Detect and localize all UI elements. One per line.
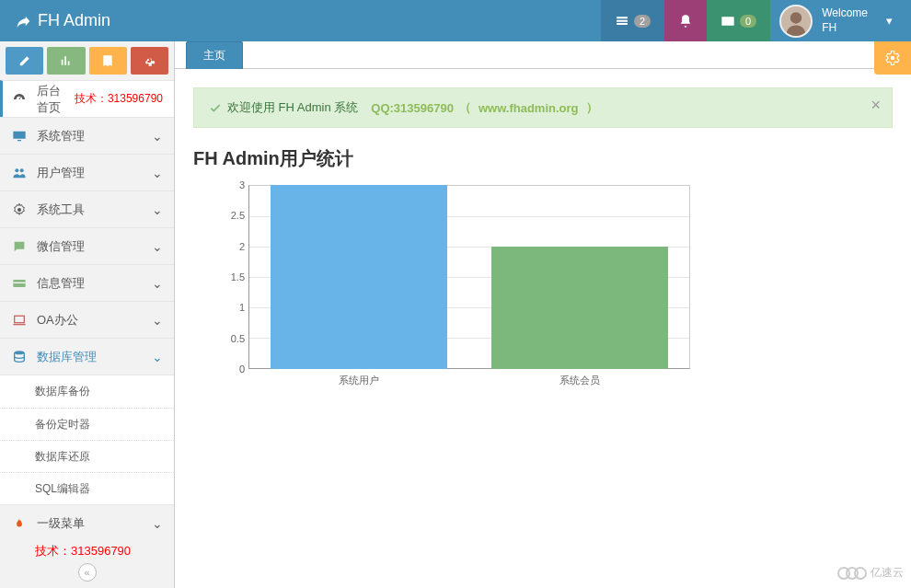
- tasks-badge: 2: [634, 15, 651, 28]
- leaf-icon: [14, 13, 30, 29]
- tab-bar: 主页: [175, 41, 911, 69]
- svg-point-4: [17, 208, 21, 212]
- tab-home[interactable]: 主页: [186, 41, 243, 69]
- chart-bar: [491, 247, 668, 369]
- svg-point-9: [891, 56, 895, 61]
- check-icon: [209, 101, 222, 114]
- nav-system-tools[interactable]: 系统工具 ⌄: [0, 190, 174, 227]
- alert-link-close: ）: [586, 99, 598, 116]
- svg-rect-7: [15, 316, 25, 322]
- sidebar-toolbar: [0, 41, 174, 80]
- nav-label: OA办公: [37, 312, 143, 329]
- x-tick-label: 系统用户: [339, 374, 379, 387]
- dashboard-icon: [11, 92, 28, 107]
- tasks-icon: [615, 14, 629, 29]
- toolbar-edit-button[interactable]: [6, 47, 43, 75]
- header-notifications[interactable]: [664, 0, 707, 41]
- y-tick-label: 0.5: [221, 333, 245, 344]
- sidebar: 后台首页 技术：313596790 系统管理 ⌄ 用户管理 ⌄ 系统工具 ⌄ 微…: [0, 41, 175, 588]
- header-bar: FH Admin 2 0 Welcome FH ▾: [0, 0, 911, 41]
- toolbar-settings-button[interactable]: [131, 47, 168, 75]
- header-mail[interactable]: 0: [707, 0, 770, 41]
- subnav-sql-editor[interactable]: SQL编辑器: [0, 472, 174, 504]
- chevron-down-icon: ⌄: [152, 166, 163, 180]
- svg-point-3: [20, 168, 24, 172]
- nav-home-label: 后台首页: [37, 83, 65, 116]
- svg-point-1: [790, 12, 801, 23]
- nav-home[interactable]: 后台首页 技术：313596790: [0, 80, 174, 117]
- chart-bars: 系统用户系统会员: [248, 185, 690, 369]
- y-tick-label: 2.5: [221, 210, 245, 221]
- nav-info-manage[interactable]: 信息管理 ⌄: [0, 264, 174, 301]
- alert-text: 欢迎使用 FH Admin 系统: [227, 99, 358, 116]
- subnav-db-restore[interactable]: 数据库还原: [0, 440, 174, 472]
- users-icon: [11, 166, 28, 180]
- nav-database-manage[interactable]: 数据库管理 ⌄: [0, 338, 174, 375]
- close-icon[interactable]: ×: [871, 96, 881, 115]
- nav-label: 数据库管理: [37, 349, 143, 365]
- svg-point-2: [15, 168, 18, 172]
- chart-title: FH Admin用户统计: [193, 146, 893, 171]
- card-icon: [11, 276, 28, 291]
- chevron-down-icon: ⌄: [152, 202, 163, 217]
- content-area: 欢迎使用 FH Admin 系统 QQ:313596790 （ www.fhad…: [175, 69, 911, 406]
- app-logo[interactable]: FH Admin: [0, 11, 124, 30]
- mail-badge: 0: [740, 15, 756, 28]
- gear-icon: [11, 202, 28, 217]
- tech-footer-text: 技术：313596790: [0, 541, 174, 561]
- chevron-down-icon: ⌄: [152, 313, 163, 328]
- welcome-block: Welcome FH: [822, 6, 868, 35]
- nav-label: 一级菜单: [37, 515, 143, 532]
- y-tick-label: 1: [221, 302, 245, 313]
- subnav-backup-timer[interactable]: 备份定时器: [0, 408, 174, 440]
- nav-label: 用户管理: [37, 165, 143, 181]
- subnav-db-backup[interactable]: 数据库备份: [0, 375, 174, 408]
- watermark-text: 亿速云: [871, 565, 904, 581]
- welcome-label: Welcome: [822, 6, 868, 21]
- nav-oa-office[interactable]: OA办公 ⌄: [0, 301, 174, 338]
- envelope-icon: [721, 14, 735, 29]
- chart-bar: [271, 185, 447, 369]
- chevron-down-icon: ⌄: [152, 516, 163, 531]
- collapse-button[interactable]: «: [78, 563, 97, 582]
- desktop-icon: [11, 129, 28, 144]
- alert-link-open: （: [459, 99, 471, 116]
- alert-qq: QQ:313596790: [371, 101, 454, 115]
- user-stats-chart: 系统用户系统会员 00.511.522.53: [221, 185, 690, 387]
- caret-down-icon: ▾: [886, 14, 893, 28]
- y-tick-label: 1.5: [221, 271, 245, 282]
- y-tick-label: 2: [221, 241, 245, 252]
- laptop-icon: [11, 313, 28, 328]
- nav-system-manage[interactable]: 系统管理 ⌄: [0, 117, 174, 154]
- toolbar-book-button[interactable]: [89, 47, 127, 75]
- avatar: [779, 5, 813, 38]
- chevron-down-icon: ⌄: [152, 239, 163, 254]
- username: FH: [822, 21, 868, 36]
- nav-database-submenu: 数据库备份 备份定时器 数据库还原 SQL编辑器: [0, 375, 174, 504]
- watermark: 亿速云: [837, 565, 904, 581]
- toolbar-chart-button[interactable]: [47, 47, 85, 75]
- main-content: 主页 欢迎使用 FH Admin 系统 QQ:313596790 （ www.f…: [175, 41, 911, 588]
- nav-user-manage[interactable]: 用户管理 ⌄: [0, 154, 174, 190]
- nav-wechat-manage[interactable]: 微信管理 ⌄: [0, 227, 174, 264]
- nav-label: 系统工具: [37, 202, 143, 218]
- nav-level1-menu[interactable]: 一级菜单 ⌄: [0, 504, 174, 541]
- chevron-down-icon: ⌄: [152, 350, 163, 364]
- y-tick-label: 3: [221, 179, 245, 190]
- nav-label: 信息管理: [37, 275, 143, 292]
- nav-label: 系统管理: [37, 128, 143, 144]
- sidebar-collapse: «: [0, 561, 174, 587]
- logo-text: FH Admin: [38, 11, 110, 30]
- header-user-menu[interactable]: Welcome FH ▾: [770, 0, 911, 41]
- header-tasks[interactable]: 2: [601, 0, 664, 41]
- svg-point-8: [15, 351, 25, 354]
- y-tick-label: 0: [221, 363, 245, 375]
- settings-gear-button[interactable]: [874, 41, 911, 75]
- svg-rect-6: [13, 282, 25, 282]
- nav-home-tech: 技术：313596790: [75, 91, 163, 107]
- watermark-icon: [837, 567, 867, 580]
- chevron-down-icon: ⌄: [152, 276, 163, 291]
- alert-link[interactable]: www.fhadmin.org: [479, 101, 579, 115]
- bell-icon: [678, 14, 693, 29]
- welcome-alert: 欢迎使用 FH Admin 系统 QQ:313596790 （ www.fhad…: [193, 87, 893, 128]
